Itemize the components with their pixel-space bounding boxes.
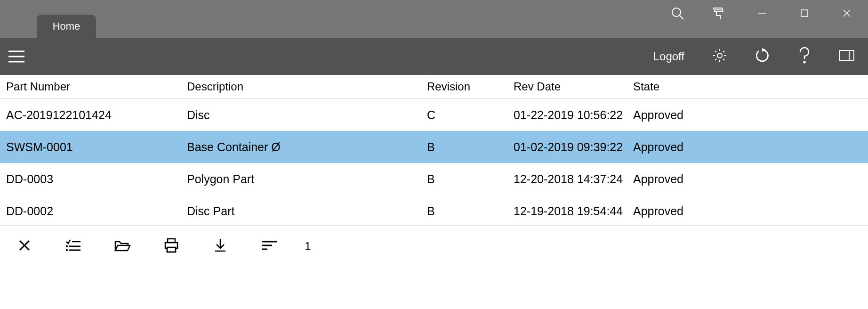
svg-point-10 [717, 53, 722, 58]
cell-part-number: SWSM-0001 [0, 140, 187, 154]
table-body: AC-2019122101424DiscC01-22-2019 10:56:22… [0, 99, 868, 227]
table-row[interactable]: DD-0002Disc PartB12-19-2018 19:54:44Appr… [0, 195, 868, 227]
hamburger-menu-icon[interactable] [0, 38, 33, 75]
gear-icon [712, 48, 728, 65]
cell-description: Disc [187, 108, 427, 122]
svg-point-19 [66, 246, 67, 247]
column-header-revision[interactable]: Revision [427, 80, 514, 93]
close-icon [18, 239, 31, 254]
logoff-label: Logoff [653, 50, 684, 63]
table-row[interactable]: SWSM-0001Base Container ØB01-02-2019 09:… [0, 131, 868, 163]
download-button[interactable] [196, 226, 245, 267]
help-icon [798, 47, 811, 66]
cell-revision: C [427, 108, 514, 122]
svg-rect-22 [167, 247, 176, 252]
table-row[interactable]: AC-2019122101424DiscC01-22-2019 10:56:22… [0, 99, 868, 131]
window-maximize-button[interactable] [783, 0, 826, 26]
cell-description: Polygon Part [187, 172, 427, 186]
layout-button[interactable] [826, 38, 868, 75]
cell-rev-date: 01-22-2019 10:56:22 [514, 108, 633, 122]
help-button[interactable] [783, 38, 826, 75]
cell-rev-date: 01-02-2019 09:39:22 [514, 140, 633, 154]
page-number: 1 [294, 240, 322, 253]
cell-revision: B [427, 140, 514, 154]
main-toolbar: Logoff [0, 38, 868, 75]
svg-point-20 [66, 250, 67, 251]
logoff-button[interactable]: Logoff [639, 50, 699, 63]
settings-button[interactable] [699, 38, 741, 75]
checklist-button[interactable] [49, 226, 98, 267]
window-titlebar: Home [0, 0, 868, 38]
barcode-scanner-icon[interactable] [699, 0, 741, 26]
cell-state: Approved [633, 108, 868, 122]
cell-part-number: DD-0002 [0, 204, 187, 218]
column-header-part-number[interactable]: Part Number [0, 80, 187, 93]
cell-part-number: AC-2019122101424 [0, 108, 187, 122]
cell-revision: B [427, 172, 514, 186]
cell-revision: B [427, 204, 514, 218]
window-close-button[interactable] [826, 0, 868, 26]
tab-home[interactable]: Home [37, 15, 96, 38]
open-folder-button[interactable] [98, 226, 147, 267]
refresh-button[interactable] [741, 38, 783, 75]
column-header-rev-date[interactable]: Rev Date [514, 80, 633, 93]
svg-point-0 [672, 8, 681, 16]
cell-rev-date: 12-19-2018 19:54:44 [514, 204, 633, 218]
table-row[interactable]: DD-0003Polygon PartB12-20-2018 14:37:24A… [0, 163, 868, 195]
svg-line-1 [680, 16, 683, 19]
table-header: Part Number Description Revision Rev Dat… [0, 75, 868, 99]
bottom-toolbar: 1 [0, 225, 868, 267]
sort-button[interactable] [245, 226, 294, 267]
cell-state: Approved [633, 204, 868, 218]
cell-description: Base Container Ø [187, 140, 427, 154]
panel-layout-icon [839, 49, 855, 64]
cell-state: Approved [633, 140, 868, 154]
cell-description: Disc Part [187, 204, 427, 218]
cell-rev-date: 12-20-2018 14:37:24 [514, 172, 633, 186]
search-icon[interactable] [656, 0, 699, 26]
svg-point-11 [804, 62, 805, 63]
tab-label: Home [53, 20, 80, 33]
print-icon [163, 238, 179, 255]
checklist-icon [65, 239, 81, 254]
column-header-description[interactable]: Description [187, 80, 427, 93]
column-header-state[interactable]: State [633, 80, 868, 93]
svg-rect-4 [801, 10, 808, 16]
refresh-icon [755, 48, 770, 65]
window-minimize-button[interactable] [741, 0, 783, 26]
sort-lines-icon [261, 240, 278, 253]
print-button[interactable] [147, 226, 196, 267]
svg-rect-12 [840, 50, 854, 61]
folder-open-icon [114, 239, 131, 254]
cell-state: Approved [633, 172, 868, 186]
cell-part-number: DD-0003 [0, 172, 187, 186]
close-button[interactable] [0, 226, 49, 267]
download-icon [214, 238, 227, 255]
